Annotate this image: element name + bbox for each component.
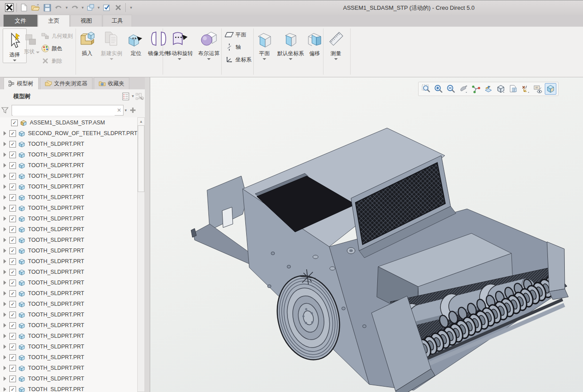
creo-app-icon[interactable] [4,2,15,13]
tree-row[interactable]: ✓ TOOTH_SLDPRT.PRT [0,373,137,384]
tab-file[interactable]: 文件 [4,15,37,27]
tree-settings-button[interactable] [121,92,131,101]
expander-icon[interactable] [4,163,6,168]
redo-button[interactable] [69,2,80,13]
datum-display-filters-button[interactable] [520,83,531,95]
new-instance-button[interactable]: 新建实例 [98,28,125,60]
scroll-thumb[interactable] [138,125,144,192]
tree-checkbox[interactable]: ✓ [9,248,16,254]
tree-row[interactable]: ✓ TOOTH_SLDPRT.PRT [0,352,137,363]
tab-model-tree[interactable]: 模型树 [4,77,39,89]
tree-row[interactable]: ✓ TOOTH_SLDPRT.PRT [0,245,137,256]
expander-icon[interactable] [4,152,6,157]
expander-icon[interactable] [4,248,6,253]
expander-icon[interactable] [4,238,6,242]
measure-dropdown[interactable] [334,58,338,60]
zoom-out-button[interactable] [445,83,457,95]
new-file-button[interactable] [18,2,30,13]
tree-filter-input[interactable] [13,106,115,116]
tree-checkbox[interactable]: ✓ [9,322,16,329]
tree-checkbox[interactable]: ✓ [9,376,16,382]
tree-checkbox[interactable]: ✓ [9,194,16,201]
tree-row[interactable]: ✓ TOOTH_SLDPRT.PRT [0,192,137,203]
delete-button[interactable]: 删除 [41,56,74,66]
tree-checkbox[interactable]: ✓ [9,344,16,350]
tree-checkbox[interactable]: ✓ [9,386,16,392]
tree-row[interactable]: ✓ TOOTH_SLDPRT.PRT [0,160,137,171]
section-default-csys-button[interactable]: 默认坐标系 [274,28,307,60]
tree-settings-dropdown[interactable]: ▼ [131,91,135,102]
position-button[interactable]: 定位 [127,28,145,57]
tree-checkbox[interactable]: ✓ [9,141,16,148]
filter-dropdown[interactable]: ▼ [124,105,128,116]
tree-row[interactable]: ✓ TOOTH_SLDPRT.PRT [0,363,137,373]
expander-icon[interactable] [4,280,6,285]
expander-icon[interactable] [4,270,6,274]
section-plane-dropdown[interactable] [263,58,266,60]
annotation-display-button[interactable] [532,83,544,95]
expander-icon[interactable] [4,227,6,232]
expander-icon[interactable] [4,216,6,221]
geometry-rules-button[interactable]: 几何规则 [41,31,74,41]
tree-row[interactable]: ✓ TOOTH_SLDPRT.PRT [0,384,137,392]
tree-row[interactable]: ✓ SECOND_ROW_OF_TEETH_SLDPRT.PRT [0,128,137,139]
tree-row[interactable]: ✓ TOOTH_SLDPRT.PRT [0,171,137,181]
expander-icon[interactable] [4,302,6,306]
move-rotate-dropdown[interactable] [178,58,181,60]
view-layers-button[interactable] [507,83,519,95]
expander-icon[interactable] [4,184,6,189]
expander-icon[interactable] [4,334,6,338]
close-button[interactable] [112,2,124,13]
panel-splitter[interactable] [145,77,150,392]
section-plane-button[interactable]: 平面 [256,28,273,60]
measure-button[interactable]: 测量 [326,28,346,60]
filter-clear-icon[interactable]: ✕ [117,107,121,113]
shape-button[interactable]: 形状 [22,28,41,56]
expander-icon[interactable] [4,387,6,392]
tree-row[interactable]: ✓ TOOTH_SLDPRT.PRT [0,139,137,149]
tab-tools[interactable]: 工具 [103,15,132,27]
datum-axis-button[interactable]: 轴 [225,42,252,52]
tree-checkbox[interactable]: ✓ [9,258,16,265]
tree-checkbox[interactable]: ✓ [9,280,16,286]
tree-checkbox[interactable]: ✓ [9,312,16,318]
display-style-button[interactable] [495,83,507,95]
tab-view[interactable]: 视图 [70,15,102,27]
zoom-region-button[interactable] [420,83,432,95]
tree-checkbox[interactable]: ✓ [9,226,16,233]
undo-button[interactable] [53,2,64,13]
section-default-csys-dropdown[interactable] [289,58,292,60]
tree-checkbox[interactable]: ✓ [9,333,16,340]
zoom-in-button[interactable] [433,83,444,95]
select-dropdown[interactable] [13,60,16,61]
tab-home[interactable]: 主页 [38,15,70,27]
undo-dropdown[interactable]: ▼ [64,2,69,13]
tree-row[interactable]: ✓ TOOTH_SLDPRT.PRT [0,203,137,213]
tree-row[interactable]: ✓ TOOTH_SLDPRT.PRT [0,277,137,288]
tree-row[interactable]: ✓ TOOTH_SLDPRT.PRT [0,213,137,224]
insert-component-button[interactable]: 插入 [77,28,97,57]
tree-row[interactable]: ✓ TOOTH_SLDPRT.PRT [0,181,137,192]
toolbar-options-dropdown[interactable]: ▼ [127,2,135,13]
expander-icon[interactable] [4,323,6,328]
redo-dropdown[interactable]: ▼ [80,2,85,13]
expander-icon[interactable] [4,344,6,349]
expander-icon[interactable] [4,259,6,264]
validate-check-button[interactable] [101,2,112,13]
tab-favorites[interactable]: 收藏夹 [94,77,130,89]
tree-row[interactable]: ✓ TOOTH_SLDPRT.PRT [0,320,137,331]
tree-row[interactable]: ✓ TOOTH_SLDPRT.PRT [0,299,137,309]
expander-icon[interactable] [4,366,6,370]
move-rotate-button[interactable]: 移动和旋转 [165,28,194,60]
tree-row[interactable]: ✓ TOOTH_SLDPRT.PRT [0,224,137,235]
expander-icon[interactable] [4,355,6,360]
shape-dropdown[interactable] [36,52,40,53]
expander-icon[interactable] [4,206,6,210]
repaint-button[interactable] [458,83,469,95]
tree-row[interactable]: ✓ ASSEM1_SLDASM_STP.ASM [0,117,137,128]
scroll-up-arrow[interactable]: ▲ [138,118,144,125]
tree-checkbox[interactable]: ✓ [9,184,16,190]
datum-csys-button[interactable]: 坐标系 [225,54,252,65]
expander-icon[interactable] [4,131,6,136]
tree-checkbox[interactable]: ✓ [9,290,16,297]
